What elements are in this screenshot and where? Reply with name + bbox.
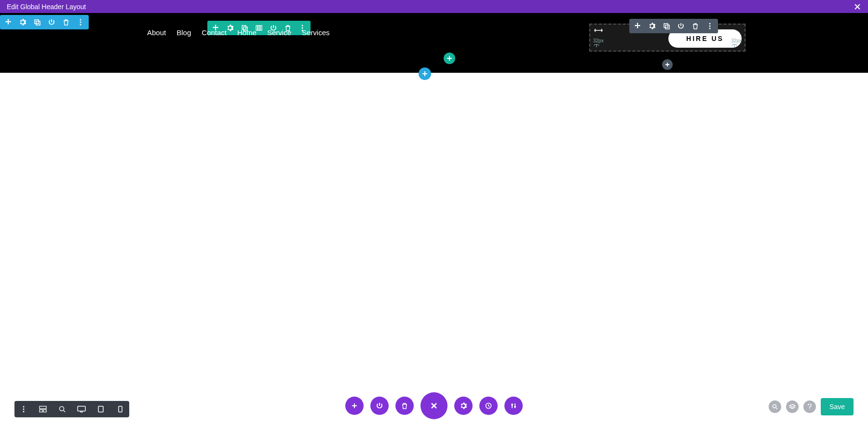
more-icon[interactable] xyxy=(76,18,85,27)
nav-item[interactable]: Home xyxy=(237,28,257,37)
svg-point-16 xyxy=(709,26,711,27)
bottom-dock xyxy=(0,392,868,419)
header-section: About Blog Contact Home Service Services… xyxy=(0,13,868,73)
module-toolbar xyxy=(629,19,718,33)
trash-icon[interactable] xyxy=(62,18,70,27)
gear-icon[interactable] xyxy=(18,18,27,27)
add-row-button[interactable] xyxy=(444,53,455,64)
move-icon[interactable] xyxy=(633,22,642,30)
padding-left-label: 32px xyxy=(593,38,604,48)
move-icon[interactable] xyxy=(4,18,13,27)
svg-point-10 xyxy=(302,25,303,27)
duplicate-icon[interactable] xyxy=(33,18,41,27)
dock-settings-button[interactable] xyxy=(454,397,473,415)
svg-rect-13 xyxy=(664,24,668,27)
title-bar: Edit Global Header Layout xyxy=(0,0,868,13)
help-chip[interactable] xyxy=(803,400,816,413)
svg-point-29 xyxy=(773,405,776,408)
nav-item[interactable]: About xyxy=(147,28,166,37)
duplicate-icon[interactable] xyxy=(662,22,671,30)
svg-point-4 xyxy=(80,24,81,26)
cta-label: HIRE US xyxy=(686,35,724,42)
dock-history-button[interactable] xyxy=(479,397,498,415)
nav-item[interactable]: Blog xyxy=(176,28,191,37)
svg-point-15 xyxy=(709,23,711,25)
dock-power-button[interactable] xyxy=(370,397,389,415)
drag-icon[interactable] xyxy=(594,27,603,33)
nav-item[interactable]: Service xyxy=(267,28,291,37)
svg-rect-14 xyxy=(665,25,669,29)
search-chip[interactable] xyxy=(769,400,781,413)
padding-right-label: 32px xyxy=(731,38,742,48)
save-button[interactable]: Save xyxy=(821,398,854,415)
more-icon[interactable] xyxy=(705,22,714,30)
add-module-button[interactable] xyxy=(662,59,673,70)
dock-adjust-button[interactable] xyxy=(504,397,523,415)
svg-point-2 xyxy=(80,19,81,21)
trash-icon[interactable] xyxy=(691,22,700,30)
dock-add-button[interactable] xyxy=(345,397,364,415)
nav-menu: About Blog Contact Home Service Services xyxy=(147,28,330,37)
page-title: Edit Global Header Layout xyxy=(7,3,86,11)
power-icon[interactable] xyxy=(677,22,685,30)
right-dock: Save xyxy=(769,398,854,415)
section-toolbar xyxy=(0,15,89,29)
layers-chip[interactable] xyxy=(786,400,799,413)
close-icon[interactable] xyxy=(854,3,861,11)
svg-point-17 xyxy=(709,28,711,29)
nav-item[interactable]: Services xyxy=(302,28,330,37)
svg-rect-1 xyxy=(36,21,40,25)
dock-close-button[interactable] xyxy=(420,392,448,419)
power-icon[interactable] xyxy=(47,18,56,27)
add-section-button[interactable] xyxy=(419,67,431,80)
svg-point-3 xyxy=(80,22,81,23)
nav-item[interactable]: Contact xyxy=(202,28,227,37)
svg-rect-0 xyxy=(35,20,39,24)
dock-trash-button[interactable] xyxy=(395,397,414,415)
gear-icon[interactable] xyxy=(648,22,656,30)
